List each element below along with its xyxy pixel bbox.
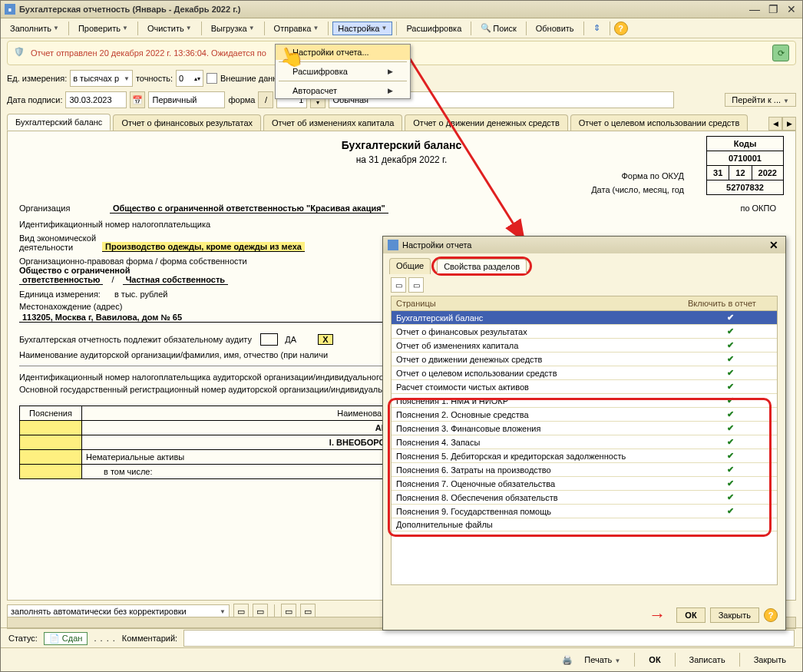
menu-autocalc[interactable]: Авторасчет▶ xyxy=(276,83,410,98)
type-select[interactable]: Первичный xyxy=(148,91,225,108)
include-check[interactable]: ✔ xyxy=(683,449,777,463)
tab-fin-results[interactable]: Отчет о финансовых результатах xyxy=(113,114,261,131)
include-check[interactable]: ✔ xyxy=(683,477,777,491)
dialog-help-button[interactable]: ? xyxy=(764,608,778,622)
sign-date-label: Дата подписи: xyxy=(7,95,62,104)
alert-icon: 🛡️ xyxy=(14,47,26,59)
goto-button[interactable]: Перейти к ... ▼ xyxy=(725,93,796,107)
org-value[interactable]: Общество с ограниченной ответственностью… xyxy=(110,204,388,214)
grid-row[interactable]: Пояснения 4. Запасы xyxy=(392,435,683,449)
grid-row[interactable]: Пояснения 5. Дебиторская и кредиторская … xyxy=(392,449,683,463)
include-check[interactable]: ✔ xyxy=(683,366,777,380)
search-button[interactable]: 🔍Поиск xyxy=(475,21,521,35)
grid-row[interactable]: Пояснения 3. Финансовые вложения xyxy=(392,422,683,435)
info-text: Отчет отправлен 20 декабря 2022 г. 13:36… xyxy=(31,48,266,58)
include-check[interactable]: ✔ xyxy=(683,435,777,449)
maximize-button[interactable]: ❐ xyxy=(766,3,781,15)
dialog-tab-sections[interactable]: Свойства разделов xyxy=(437,259,527,273)
inn-label: Идентификационный номер налогоплательщик… xyxy=(19,220,784,229)
audit-clear-button[interactable]: X xyxy=(318,334,332,345)
ok-button[interactable]: ОК xyxy=(640,652,669,667)
code-month: 12 xyxy=(729,166,752,180)
include-check[interactable]: ✔ xyxy=(683,463,777,477)
include-check[interactable] xyxy=(683,518,777,531)
precision-input[interactable]: 0▴▾ xyxy=(176,70,203,87)
grid-row[interactable]: Пояснения 7. Оценочные обязательства xyxy=(392,477,683,491)
grid-row[interactable]: Пояснения 1. НМА и НИОКР xyxy=(392,394,683,408)
grid-row[interactable]: Отчет о финансовых результатах xyxy=(392,325,683,339)
tab-cash-flow[interactable]: Отчет о движении денежных средств xyxy=(405,114,567,131)
tabs-scroll-left[interactable]: ◀ xyxy=(768,117,782,131)
decrypt-button[interactable]: Расшифровка xyxy=(401,22,467,35)
tab-capital-changes[interactable]: Отчет об изменениях капитала xyxy=(263,114,402,131)
sign-date-input[interactable]: 30.03.2023 xyxy=(65,91,127,108)
sort-button[interactable]: ⇕ xyxy=(588,21,606,35)
fill-button[interactable]: Заполнить▼ xyxy=(5,22,64,35)
save-button[interactable]: Записать xyxy=(681,652,734,667)
grid-row[interactable]: Отчет о движении денежных средств xyxy=(392,353,683,366)
dialog-tb-btn-2[interactable]: ▭ xyxy=(408,277,424,293)
check-button[interactable]: Проверить▼ xyxy=(73,22,134,35)
dialog-icon xyxy=(388,240,398,250)
include-check[interactable]: ✔ xyxy=(683,339,777,353)
dialog-close-button[interactable]: ✕ xyxy=(767,239,781,251)
form-decr[interactable]: / xyxy=(258,91,273,108)
include-check[interactable]: ✔ xyxy=(683,505,777,518)
grid-row[interactable]: Расчет стоимости чистых активов xyxy=(392,380,683,394)
help-button[interactable]: ? xyxy=(614,22,628,35)
comment-input[interactable] xyxy=(183,630,795,647)
dialog-title: Настройки отчета xyxy=(402,240,471,250)
close-main-button[interactable]: Закрыть xyxy=(745,652,795,667)
include-check[interactable]: ✔ xyxy=(683,325,777,339)
okud-label: Форма по ОКУД xyxy=(19,171,684,180)
sections-grid[interactable]: Страницы Включить в отчет Бухгалтерский … xyxy=(391,296,778,585)
tabs-scroll-right[interactable]: ▶ xyxy=(782,117,796,131)
units-select[interactable]: в тысячах р▼ xyxy=(70,70,133,87)
grid-row[interactable]: Пояснения 8. Обеспечения обязательств xyxy=(392,491,683,505)
tab-balance[interactable]: Бухгалтерский баланс xyxy=(7,114,111,131)
comment-label: Комментарий: xyxy=(122,634,177,643)
include-check[interactable]: ✔ xyxy=(683,394,777,408)
refresh-button[interactable]: Обновить xyxy=(530,22,580,35)
calendar-button[interactable]: 📅 xyxy=(130,91,145,108)
include-check[interactable]: ✔ xyxy=(683,408,777,422)
dialog-ok-button[interactable]: ОК xyxy=(676,607,705,623)
send-button[interactable]: Отправка▼ xyxy=(269,22,325,35)
dialog-tab-general[interactable]: Общие xyxy=(389,258,431,274)
print-button[interactable]: Печать ▼ xyxy=(576,652,629,667)
grid-row[interactable]: Пояснения 9. Государственная помощь xyxy=(392,505,683,518)
code-date-label: Дата (число, месяц, год xyxy=(19,185,684,194)
codes-header: Коды xyxy=(707,137,784,151)
include-check[interactable]: ✔ xyxy=(683,353,777,366)
grid-row[interactable]: Отчет об изменениях капитала xyxy=(392,339,683,353)
okpo-value: 52707832 xyxy=(707,180,784,195)
precision-label: точность: xyxy=(136,74,173,83)
dialog-close-button-2[interactable]: Закрыть xyxy=(710,607,759,623)
grid-row[interactable]: Пояснения 2. Основные средства xyxy=(392,408,683,422)
status-value[interactable]: 📄 Сдан xyxy=(44,632,88,645)
codes-table: Коды 0710001 31 12 2022 52707832 xyxy=(706,136,784,195)
settings-button[interactable]: Настройка▼ xyxy=(332,22,392,35)
close-button[interactable]: ✕ xyxy=(785,3,798,15)
grid-row[interactable]: Дополнительные файлы xyxy=(392,518,683,531)
grid-row[interactable]: Отчет о целевом использовании средств xyxy=(392,366,683,380)
clear-button[interactable]: Очистить▼ xyxy=(142,22,197,35)
activity-value[interactable]: Производство одежды, кроме одежды из мех… xyxy=(102,242,305,252)
tab-target-use[interactable]: Отчет о целевом использовании средств xyxy=(570,114,748,131)
include-check[interactable]: ✔ xyxy=(683,491,777,505)
col-explanations: Пояснения xyxy=(20,406,82,421)
external-data-checkbox[interactable] xyxy=(207,73,217,84)
status-more[interactable]: . . . . xyxy=(94,634,115,643)
refresh-status-button[interactable]: ⟳ xyxy=(772,45,789,61)
grid-row[interactable]: Бухгалтерский баланс xyxy=(392,311,683,325)
ownership-value: Частная собственность xyxy=(123,275,228,285)
unit-label: Единица измерения: xyxy=(19,290,101,299)
grid-row[interactable]: Пояснения 6. Затраты на производство xyxy=(392,463,683,477)
include-check[interactable]: ✔ xyxy=(683,380,777,394)
include-check[interactable]: ✔ xyxy=(683,422,777,435)
grid-col-include: Включить в отчет xyxy=(683,296,777,311)
include-check[interactable]: ✔ xyxy=(683,311,777,325)
dialog-tb-btn-1[interactable]: ▭ xyxy=(391,277,406,293)
minimize-button[interactable]: — xyxy=(747,3,762,15)
upload-button[interactable]: Выгрузка▼ xyxy=(206,22,260,35)
